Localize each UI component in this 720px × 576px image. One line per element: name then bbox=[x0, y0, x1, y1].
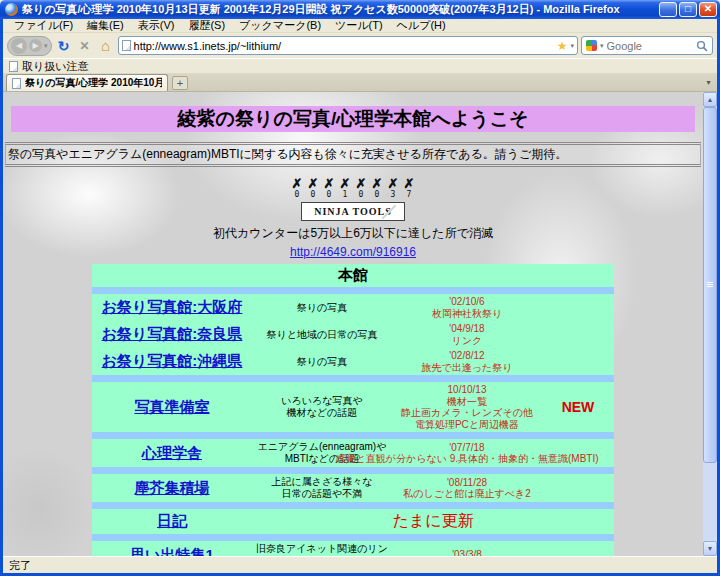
badge-cell: NEW bbox=[542, 399, 614, 415]
menu-item[interactable]: 履歴(S) bbox=[181, 18, 232, 33]
ninja-counter: ✗0✗0✗0✗1✗0✗0✗3✗7 bbox=[291, 178, 416, 199]
ninja-icon: ✗ bbox=[324, 178, 335, 190]
vertical-scrollbar[interactable]: ▲ ▼ bbox=[703, 92, 717, 556]
description-line: 上記に属さざる様々な bbox=[252, 476, 392, 488]
update-note: たまに更新 bbox=[252, 511, 614, 532]
url-bar[interactable]: ★ ▾ bbox=[118, 36, 578, 55]
table-row: 写真準備室いろいろな写真や機材などの話題10/10/13機材一覧静止画カメラ・レ… bbox=[92, 382, 614, 432]
table-row: お祭り写真館:大阪府祭りの写真'02/10/6枚岡神社秋祭り bbox=[92, 294, 614, 321]
description-line: 機材などの話題 bbox=[252, 407, 392, 419]
title-bar: 祭りの写真/心理学 2010年10月13日更新 2001年12月29日開設 祝ア… bbox=[0, 0, 720, 19]
search-engine-dropdown-icon[interactable]: ▾ bbox=[600, 42, 604, 50]
maximize-button[interactable]: □ bbox=[679, 2, 697, 17]
menu-item[interactable]: 編集(E) bbox=[80, 18, 131, 33]
list-all-tabs-icon[interactable]: ▾ bbox=[701, 75, 716, 90]
table-row: お祭り写真館:奈良県祭りと地域の日常の写真'04/9/18リンク bbox=[92, 321, 614, 348]
ninja-icon: ✗ bbox=[372, 178, 383, 190]
url-input[interactable] bbox=[134, 40, 554, 52]
reload-button[interactable]: ↻ bbox=[55, 37, 73, 55]
table-link[interactable]: 思い出特集1 bbox=[130, 546, 214, 557]
update-info-cell: '03/3/8 bbox=[392, 549, 542, 556]
counter-digit: 0 bbox=[311, 190, 316, 199]
update-info-cell: '07/7/18感覚と直観が分からない 9.具体的・抽象的・無意識(MBTI) bbox=[392, 442, 542, 465]
counter-digit: 0 bbox=[375, 190, 380, 199]
name-cell: お祭り写真館:奈良県 bbox=[92, 325, 252, 344]
update-info-line: 電算処理PCと周辺機器 bbox=[415, 419, 519, 431]
description-cell: 祭りの写真 bbox=[252, 356, 392, 368]
ninja-icon: ✗ bbox=[356, 178, 367, 190]
window-title: 祭りの写真/心理学 2010年10月13日更新 2001年12月29日開設 祝ア… bbox=[22, 2, 659, 17]
menu-item[interactable]: 表示(V) bbox=[131, 18, 182, 33]
minimize-button[interactable]: _ bbox=[659, 2, 677, 17]
update-info-line: 感覚と直観が分からない 9.具体的・抽象的・無意識(MBTI) bbox=[335, 453, 598, 465]
ninja-icon: ✗ bbox=[340, 178, 351, 190]
bookmarks-bar: 取り扱い注意 bbox=[3, 58, 717, 73]
marquee-text: 祭の写真やエニアグラム(enneagram)MBTIに関する内容も徐々に充実させ… bbox=[5, 142, 701, 167]
description-cell: 上記に属さざる様々な日常の話題や不満 bbox=[252, 476, 392, 500]
bookmark-page-icon bbox=[9, 61, 18, 72]
description-cell: いろいろな写真や機材などの話題 bbox=[252, 395, 392, 419]
search-input[interactable] bbox=[607, 40, 693, 52]
new-tab-button[interactable]: + bbox=[172, 76, 188, 90]
back-button[interactable]: ◀ bbox=[11, 38, 27, 54]
ninja-tools-badge[interactable]: NINJA TOOLS bbox=[301, 202, 405, 221]
update-info-line: '02/8/12 bbox=[449, 350, 484, 362]
table-link[interactable]: 心理学舎 bbox=[142, 444, 202, 461]
update-info-line: 私のしごと館は廃止すべき2 bbox=[403, 488, 530, 500]
forward-button[interactable]: ▶ bbox=[29, 39, 42, 52]
separator-row bbox=[92, 467, 614, 474]
tab-active[interactable]: 祭りの写真/心理学 2010年10月13日... bbox=[6, 74, 168, 91]
menu-item[interactable]: ファイル(F) bbox=[7, 18, 80, 33]
name-cell: お祭り写真館:沖縄県 bbox=[92, 352, 252, 371]
counter-digit-cell: ✗0 bbox=[291, 178, 304, 199]
search-bar[interactable]: ▾ bbox=[581, 36, 713, 55]
update-info-cell: '08/11/28私のしごと館は廃止すべき2 bbox=[392, 477, 542, 500]
table-link[interactable]: 塵芥集積場 bbox=[135, 479, 210, 496]
update-info-line: '04/9/18 bbox=[449, 323, 484, 335]
page-title: 綾紫の祭りの写真/心理学本館へようこそ bbox=[11, 106, 695, 132]
search-icon[interactable] bbox=[696, 40, 708, 52]
update-info-line: 旅先で出逢った祭り bbox=[422, 362, 513, 374]
update-info-line: '07/7/18 bbox=[449, 442, 484, 454]
counter-digit-cell: ✗7 bbox=[403, 178, 416, 199]
site-favicon bbox=[122, 40, 131, 51]
table-link[interactable]: 日記 bbox=[157, 512, 187, 529]
name-cell: 塵芥集積場 bbox=[92, 479, 252, 498]
name-cell: 日記 bbox=[92, 512, 252, 531]
new-badge: NEW bbox=[542, 399, 614, 415]
history-dropdown-icon[interactable]: ▾ bbox=[44, 42, 48, 50]
scroll-up-icon[interactable]: ▲ bbox=[703, 92, 717, 107]
menu-item[interactable]: ブックマーク(B) bbox=[232, 18, 328, 33]
tab-favicon bbox=[12, 78, 21, 89]
bookmark-star-icon[interactable]: ★ bbox=[557, 39, 568, 53]
description-cell: 祭りと地域の日常の写真 bbox=[252, 329, 392, 341]
counter-digit-cell: ✗0 bbox=[323, 178, 336, 199]
name-cell: 思い出特集1 bbox=[92, 546, 252, 557]
table-link[interactable]: お祭り写真館:沖縄県 bbox=[102, 352, 243, 369]
url-dropdown-icon[interactable]: ▾ bbox=[570, 42, 574, 50]
name-cell: 写真準備室 bbox=[92, 398, 252, 417]
ninja-icon: ✗ bbox=[404, 178, 415, 190]
stop-button[interactable]: ✕ bbox=[76, 37, 94, 55]
menu-item[interactable]: ツール(T) bbox=[328, 18, 390, 33]
back-forward-group: ◀ ▶ ▾ bbox=[7, 36, 52, 56]
scroll-down-icon[interactable]: ▼ bbox=[703, 541, 717, 556]
close-button[interactable]: ✕ bbox=[699, 2, 717, 17]
description-line: エニアグラム(enneagram)や bbox=[252, 441, 392, 453]
description-cell: 旧奈良アイネット関連のリンク bbox=[252, 543, 392, 556]
scrollbar-thumb[interactable] bbox=[703, 107, 717, 463]
bookmark-item[interactable]: 取り扱い注意 bbox=[22, 59, 89, 74]
update-info-line: '03/3/8 bbox=[452, 549, 482, 556]
ninja-icon: ✗ bbox=[388, 178, 399, 190]
main-table: 本館 お祭り写真館:大阪府祭りの写真'02/10/6枚岡神社秋祭りお祭り写真館:… bbox=[92, 264, 614, 556]
update-info-cell: '02/8/12旅先で出逢った祭り bbox=[392, 350, 542, 373]
browser-viewport: 綾紫の祭りの写真/心理学本館へようこそ 祭の写真やエニアグラム(enneagra… bbox=[3, 92, 717, 556]
table-row: 思い出特集1旧奈良アイネット関連のリンク'03/3/8 bbox=[92, 541, 614, 556]
counter-link[interactable]: http://4649.com/916916 bbox=[290, 245, 416, 259]
home-button[interactable]: ⌂ bbox=[97, 37, 115, 55]
menu-bar: ファイル(F)編集(E)表示(V)履歴(S)ブックマーク(B)ツール(T)ヘルプ… bbox=[3, 19, 717, 33]
menu-item[interactable]: ヘルプ(H) bbox=[390, 18, 453, 33]
table-link[interactable]: 写真準備室 bbox=[135, 398, 210, 415]
table-link[interactable]: お祭り写真館:奈良県 bbox=[102, 325, 243, 342]
table-link[interactable]: お祭り写真館:大阪府 bbox=[102, 298, 243, 315]
